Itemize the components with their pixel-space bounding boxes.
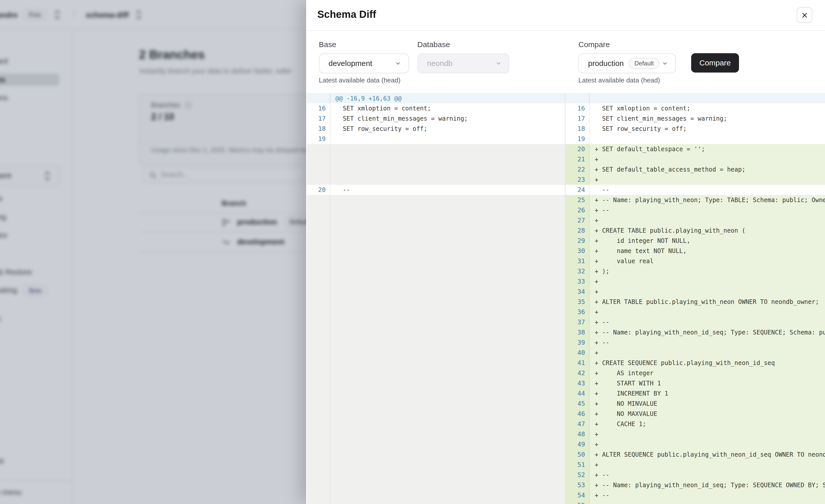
diff-added-row: 40+: [566, 348, 825, 358]
diff-line-number: 37: [566, 317, 590, 327]
diff-code: + CACHE 1;: [590, 419, 825, 429]
diff-line-number: 53: [566, 480, 590, 490]
diff-added-row: 22+ SET default_table_access_method = he…: [566, 164, 825, 174]
diff-code: SET client_min_messages = warning;: [590, 114, 825, 124]
compare-select[interactable]: production Default: [579, 54, 676, 73]
close-button[interactable]: [797, 7, 812, 23]
schema-diff-viewer: @@ -16,9 +16,63 @@16 SET xmloption = con…: [307, 93, 825, 504]
diff-code: +: [590, 348, 825, 358]
schema-diff-modal: Schema Diff Base development Latest avai…: [306, 0, 825, 504]
diff-code: + AS integer: [590, 368, 825, 378]
diff-code: +: [590, 174, 825, 185]
diff-code: --: [590, 185, 825, 195]
diff-code: + NO MAXVALUE: [590, 409, 825, 419]
diff-added-row: 23+: [566, 174, 825, 185]
diff-line-number: 17: [566, 114, 590, 124]
diff-context-row: 16 SET xmloption = content;: [307, 103, 566, 114]
database-select-value: neondb: [427, 54, 452, 73]
diff-line-number: 19: [307, 134, 330, 144]
diff-context-row: 17 SET client_min_messages = warning;: [307, 114, 566, 124]
diff-code: + value real: [590, 256, 825, 266]
diff-line-number: 35: [566, 297, 590, 307]
diff-code: +: [590, 215, 825, 225]
diff-added-row: 37+ --: [566, 317, 825, 327]
diff-code: + SET default_table_access_method = heap…: [590, 164, 825, 174]
diff-context-row: 19: [307, 134, 566, 144]
diff-context-row: 16 SET xmloption = content;: [566, 103, 825, 114]
diff-code: + CREATE TABLE public.playing_with_neon …: [590, 225, 825, 236]
compare-select-value: production: [588, 54, 624, 73]
diff-added-row: 43+ START WITH 1: [566, 378, 825, 388]
base-label: Base: [319, 40, 336, 49]
diff-line-number: 29: [566, 236, 590, 246]
diff-added-row: 33+: [566, 276, 825, 287]
diff-line-number: 18: [566, 124, 590, 134]
compare-button[interactable]: Compare: [691, 53, 739, 73]
diff-added-row: 54+ --: [566, 490, 825, 500]
diff-code: [330, 144, 566, 185]
diff-line-number: 21: [566, 154, 590, 164]
diff-added-row: 35+ ALTER TABLE public.playing_with_neon…: [566, 297, 825, 307]
diff-line-number: 16: [566, 103, 590, 114]
diff-code: +: [590, 429, 825, 439]
diff-hunk-row: [566, 94, 825, 103]
diff-added-row: 38+ -- Name: playing_with_neon_id_seq; T…: [566, 327, 825, 338]
diff-added-row: 34+: [566, 287, 825, 297]
diff-added-row: 55+: [566, 500, 825, 504]
diff-hunk-row: @@ -16,9 +16,63 @@: [307, 94, 566, 103]
diff-line-number: 48: [566, 429, 590, 439]
diff-added-row: 42+ AS integer: [566, 368, 825, 378]
chevron-down-icon: [395, 60, 401, 67]
diff-added-row: 41+ CREATE SEQUENCE public.playing_with_…: [566, 358, 825, 368]
diff-code: + START WITH 1: [590, 378, 825, 388]
diff-context-row: 24 --: [566, 185, 825, 195]
diff-line-number: 54: [566, 490, 590, 500]
diff-hunk-header: @@ -16,9 +16,63 @@: [330, 94, 566, 103]
diff-line-number: 51: [566, 460, 590, 470]
diff-line-number: 20: [307, 185, 330, 195]
diff-code: + -- Name: playing_with_neon_id_seq; Typ…: [590, 480, 825, 490]
diff-context-row: 20 --: [307, 185, 566, 195]
diff-line-number: 19: [566, 134, 590, 144]
diff-added-row: 30+ name text NOT NULL,: [566, 246, 825, 256]
diff-context-row: 18 SET row_security = off;: [566, 124, 825, 134]
diff-placeholder-row: [307, 144, 566, 185]
diff-added-row: 31+ value real: [566, 256, 825, 266]
database-label: Database: [417, 40, 450, 49]
diff-gutter: [307, 195, 330, 504]
diff-added-row: 20+ SET default_tablespace = '';: [566, 144, 825, 154]
diff-added-row: 32+ );: [566, 266, 825, 276]
diff-line-number: 40: [566, 348, 590, 358]
chevron-down-icon: [662, 60, 668, 67]
diff-gutter: [307, 144, 330, 185]
diff-code: + ALTER TABLE public.playing_with_neon O…: [590, 297, 825, 307]
diff-code: SET xmloption = content;: [590, 103, 825, 114]
diff-line-number: 17: [307, 114, 330, 124]
diff-added-row: 39+ --: [566, 338, 825, 348]
diff-added-row: 53+ -- Name: playing_with_neon_id_seq; T…: [566, 480, 825, 490]
diff-hunk-header: [590, 94, 825, 103]
chevron-down-icon: [495, 60, 502, 67]
base-select-value: development: [328, 54, 372, 73]
default-badge: Default: [629, 58, 659, 69]
diff-code: SET row_security = off;: [590, 124, 825, 134]
diff-code: SET row_security = off;: [330, 124, 566, 134]
compare-caption: Latest available data (head): [579, 76, 660, 84]
diff-code: SET xmloption = content;: [330, 103, 566, 114]
diff-added-row: 49+: [566, 439, 825, 449]
diff-code: + --: [590, 490, 825, 500]
diff-code: + --: [590, 317, 825, 327]
diff-code: + NO MINVALUE: [590, 399, 825, 409]
diff-code: + --: [590, 205, 825, 215]
diff-line-number: 43: [566, 378, 590, 388]
diff-line-number: 22: [566, 164, 590, 174]
diff-added-row: 52+ --: [566, 470, 825, 480]
diff-line-number: 28: [566, 225, 590, 236]
base-select[interactable]: development: [319, 54, 409, 73]
diff-line-number: 47: [566, 419, 590, 429]
diff-code: [330, 134, 566, 144]
diff-line-number: 18: [307, 124, 330, 134]
diff-line-number: 52: [566, 470, 590, 480]
diff-added-row: 45+ NO MINVALUE: [566, 399, 825, 409]
database-select[interactable]: neondb: [417, 54, 510, 73]
